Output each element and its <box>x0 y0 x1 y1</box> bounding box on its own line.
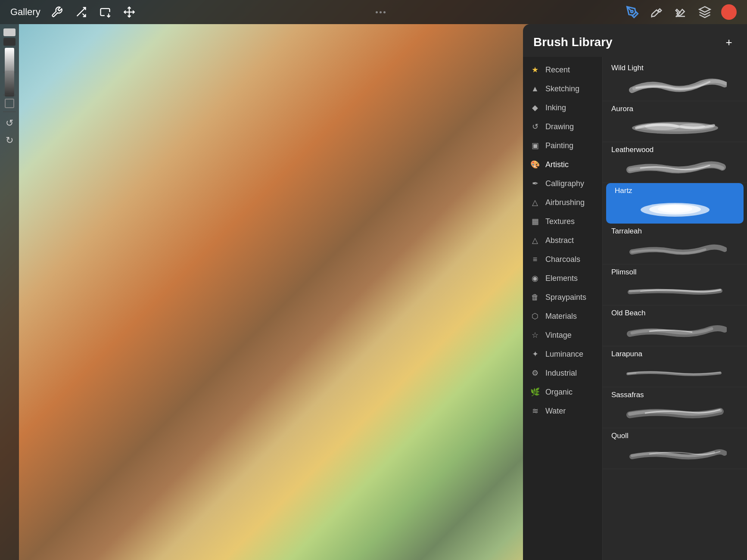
calligraphy-label: Calligraphy <box>545 179 584 188</box>
more-menu[interactable] <box>376 11 386 13</box>
airbrushing-label: Airbrushing <box>545 198 585 207</box>
opacity-slider[interactable] <box>2 53 17 68</box>
pen-tool-icon[interactable] <box>625 4 640 20</box>
category-item-sketching[interactable]: ▲Sketching <box>523 79 602 98</box>
brush-preview-plimsoll <box>611 279 738 302</box>
undo-button[interactable]: ↺ <box>2 115 17 131</box>
gallery-button[interactable]: Gallery <box>10 6 40 18</box>
size-slider[interactable] <box>2 76 17 91</box>
brush-preview-leatherwood <box>611 157 738 179</box>
category-item-spraypaints[interactable]: 🗑Spraypaints <box>523 288 602 307</box>
brush-tool-icon[interactable] <box>649 4 664 20</box>
layers-icon[interactable] <box>697 4 713 20</box>
color-swatch-light[interactable] <box>3 28 16 36</box>
brush-preview-tarraleah <box>611 238 738 261</box>
inking-icon: ◆ <box>530 103 540 113</box>
add-brush-button[interactable]: + <box>721 34 737 50</box>
spraypaints-label: Spraypaints <box>545 293 586 302</box>
category-item-water[interactable]: ≋Water <box>523 401 602 420</box>
brush-preview-old-beach <box>611 320 738 342</box>
drawing-label: Drawing <box>545 122 574 131</box>
category-item-inking[interactable]: ◆Inking <box>523 98 602 117</box>
spraypaints-icon: 🗑 <box>530 292 540 302</box>
brush-name-sassafras: Sassafras <box>611 391 738 399</box>
brush-name-tarraleah: Tarraleah <box>611 227 738 236</box>
charcoals-label: Charcoals <box>545 255 580 264</box>
category-item-elements[interactable]: ◉Elements <box>523 269 602 288</box>
elements-label: Elements <box>545 274 578 283</box>
water-label: Water <box>545 407 566 416</box>
category-item-painting[interactable]: ▣Painting <box>523 136 602 155</box>
panel-body: ★Recent▲Sketching◆Inking↺Drawing▣Paintin… <box>523 57 747 560</box>
industrial-label: Industrial <box>545 369 577 378</box>
organic-icon: 🌿 <box>530 387 540 397</box>
airbrushing-icon: △ <box>530 197 540 208</box>
eraser-icon[interactable] <box>673 4 688 20</box>
brush-preview-hartz <box>615 198 735 220</box>
brush-name-plimsoll: Plimsoll <box>611 268 738 277</box>
water-icon: ≋ <box>530 406 540 416</box>
abstract-icon: △ <box>530 235 540 246</box>
panel-header: Brush Library + <box>523 24 747 57</box>
recent-label: Recent <box>545 65 570 75</box>
category-item-drawing[interactable]: ↺Drawing <box>523 117 602 136</box>
abstract-label: Abstract <box>545 236 574 245</box>
brush-item-wild-light[interactable]: Wild Light <box>603 60 747 101</box>
selection-tool[interactable] <box>5 99 14 108</box>
redo-button[interactable]: ↻ <box>2 133 17 148</box>
modify-icon[interactable] <box>73 4 89 20</box>
brush-preview-wild-light <box>611 75 738 97</box>
category-item-calligraphy[interactable]: ✒Calligraphy <box>523 174 602 193</box>
brush-name-larapuna: Larapuna <box>611 350 738 358</box>
category-list: ★Recent▲Sketching◆Inking↺Drawing▣Paintin… <box>523 57 603 560</box>
brush-item-old-beach[interactable]: Old Beach <box>603 305 747 346</box>
avatar[interactable] <box>721 4 737 20</box>
top-bar-right <box>625 4 737 20</box>
category-item-abstract[interactable]: △Abstract <box>523 231 602 250</box>
industrial-icon: ⚙ <box>530 368 540 378</box>
sidebar-divider-3 <box>3 95 16 95</box>
svg-marker-6 <box>700 7 710 12</box>
brush-name-wild-light: Wild Light <box>611 64 738 72</box>
category-item-industrial[interactable]: ⚙Industrial <box>523 364 602 383</box>
category-item-artistic[interactable]: 🎨Artistic <box>523 155 602 174</box>
transform-icon[interactable] <box>121 4 137 20</box>
textures-icon: ▦ <box>530 216 540 227</box>
wrench-icon[interactable] <box>49 4 65 20</box>
recent-icon: ★ <box>530 65 540 75</box>
luminance-label: Luminance <box>545 350 583 359</box>
brush-item-quoll[interactable]: Quoll <box>603 428 747 469</box>
brush-name-aurora: Aurora <box>611 105 738 113</box>
category-item-textures[interactable]: ▦Textures <box>523 212 602 231</box>
brush-item-hartz[interactable]: Hartz <box>606 183 744 224</box>
top-bar-left: Gallery <box>10 4 137 20</box>
category-item-recent[interactable]: ★Recent <box>523 60 602 79</box>
sidebar-divider-4 <box>3 112 16 112</box>
category-item-charcoals[interactable]: ≡Charcoals <box>523 250 602 269</box>
panel-title: Brush Library <box>533 35 613 49</box>
brush-item-plimsoll[interactable]: Plimsoll <box>603 264 747 305</box>
brush-item-leatherwood[interactable]: Leatherwood <box>603 142 747 183</box>
charcoals-icon: ≡ <box>530 254 540 264</box>
brush-item-larapuna[interactable]: Larapuna <box>603 346 747 387</box>
left-sidebar: ↺ ↻ <box>0 24 19 560</box>
category-item-vintage[interactable]: ☆Vintage <box>523 326 602 345</box>
brush-preview-sassafras <box>611 402 738 424</box>
brush-item-aurora[interactable]: Aurora <box>603 101 747 142</box>
category-item-organic[interactable]: 🌿Organic <box>523 383 602 401</box>
select-icon[interactable] <box>97 4 113 20</box>
brush-name-old-beach: Old Beach <box>611 309 738 317</box>
brush-item-tarraleah[interactable]: Tarraleah <box>603 224 747 264</box>
materials-icon: ⬡ <box>530 311 540 321</box>
brush-list: Wild Light Aurora Leatherwood Hartz Tarr… <box>603 57 747 560</box>
svg-point-10 <box>679 124 705 129</box>
brush-item-sassafras[interactable]: Sassafras <box>603 387 747 428</box>
elements-icon: ◉ <box>530 273 540 283</box>
textures-label: Textures <box>545 217 575 226</box>
category-item-airbrushing[interactable]: △Airbrushing <box>523 193 602 212</box>
svg-point-14 <box>660 205 682 212</box>
brush-preview-aurora <box>611 116 738 138</box>
category-item-luminance[interactable]: ✦Luminance <box>523 345 602 364</box>
color-swatch-dark[interactable] <box>3 38 16 46</box>
category-item-materials[interactable]: ⬡Materials <box>523 307 602 326</box>
